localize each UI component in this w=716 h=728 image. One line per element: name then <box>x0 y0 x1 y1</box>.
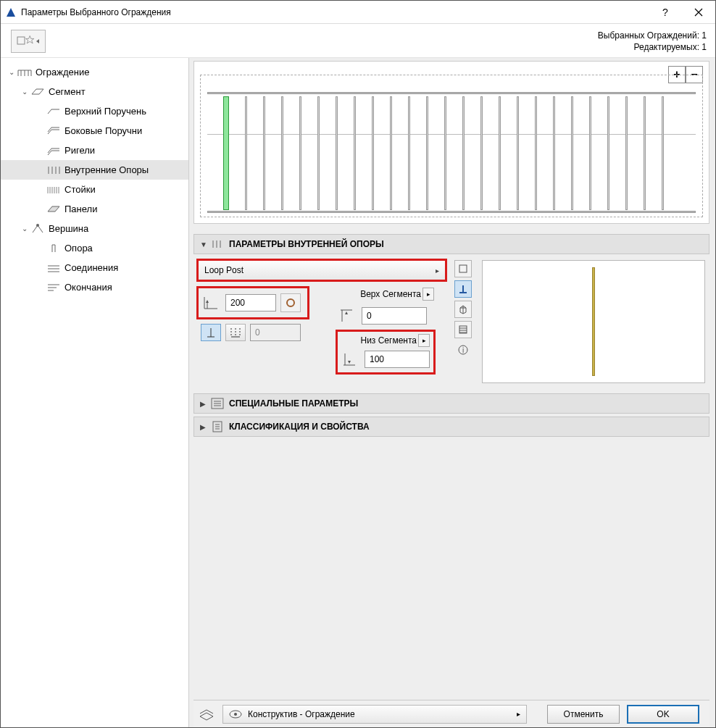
svg-rect-0 <box>17 37 25 44</box>
railing-icon <box>17 66 33 79</box>
chevron-right-icon: ▸ <box>436 267 439 275</box>
distribution-group <box>198 324 308 341</box>
horiz-offset-input[interactable] <box>225 294 276 311</box>
ok-button[interactable]: OK <box>627 705 699 724</box>
bottom-group-highlight: Низ Сегмента ▸ <box>337 331 434 373</box>
editable-count: Редактируемых: 1 <box>598 41 707 53</box>
connections-icon <box>46 262 62 275</box>
eye-icon <box>229 710 242 719</box>
tree-panels[interactable]: Панели <box>1 199 188 219</box>
tree-ends[interactable]: Окончания <box>1 277 188 297</box>
bottom-offset-group <box>340 350 430 369</box>
app-icon <box>5 7 17 18</box>
dist-mode-spacing[interactable] <box>225 324 246 341</box>
top-ref-row: Верх Сегмента ▸ <box>337 288 434 301</box>
section-inner-post-params[interactable]: ▼ ПАРАМЕТРЫ ВНУТРЕННЕЙ ОПОРЫ <box>193 234 709 254</box>
railing-preview[interactable]: + − <box>193 61 709 224</box>
info-icon[interactable]: i <box>454 341 472 359</box>
post-preview-rod <box>592 267 595 376</box>
preview-mode-section[interactable] <box>454 321 472 338</box>
post-icon <box>46 242 62 255</box>
layer-icon <box>198 708 215 721</box>
bottombar: Конструктив - Ограждение ▸ Отменить OK <box>193 700 709 727</box>
preview-highlighted-post <box>223 96 229 210</box>
preview-top-rail <box>207 92 696 94</box>
preview-mode-column: i <box>454 260 475 383</box>
bottom-offset-icon <box>340 350 360 369</box>
top-ref-menu[interactable]: ▸ <box>422 288 434 301</box>
favorites-button[interactable] <box>11 30 46 53</box>
tree-inner-posts[interactable]: Внутренние Опоры <box>1 160 188 180</box>
tree-balusters[interactable]: Стойки <box>1 180 188 199</box>
special-params-icon <box>210 398 225 409</box>
svg-text:i: i <box>462 346 464 354</box>
selection-info: Выбранных Ограждений: 1 Редактируемых: 1 <box>598 30 707 53</box>
tree-node[interactable]: ⌄ Вершина <box>1 219 188 238</box>
segment-icon <box>30 85 46 99</box>
cancel-button[interactable]: Отменить <box>547 705 620 724</box>
chevron-down-icon: ▼ <box>200 240 210 248</box>
section-classification[interactable]: ▶ КЛАССИФИКАЦИЯ И СВОЙСТВА <box>193 417 709 437</box>
preview-mode-2d[interactable] <box>454 260 472 277</box>
top-rail-icon <box>46 105 62 118</box>
svg-point-10 <box>234 713 237 716</box>
dist-mode-single[interactable] <box>201 324 221 341</box>
top-offset-group <box>337 306 434 325</box>
bottom-ref-row: Низ Сегмента ▸ <box>340 334 430 347</box>
link-offset-button[interactable] <box>280 293 301 312</box>
inner-posts-icon <box>210 239 225 249</box>
chevron-down-icon: ⌄ <box>20 88 30 96</box>
chevron-down-icon: ⌄ <box>20 225 30 233</box>
main-area: ⌄ Ограждение ⌄ Сегмент Верхний Поручень … <box>1 57 715 727</box>
tree-rails[interactable]: Ригели <box>1 141 188 160</box>
chevron-right-icon: ▶ <box>200 400 210 408</box>
selected-count: Выбранных Ограждений: 1 <box>598 30 707 41</box>
content-area: + − <box>189 58 715 727</box>
tree-top-rail[interactable]: Верхний Поручень <box>1 101 188 121</box>
node-icon <box>30 222 46 235</box>
svg-rect-3 <box>459 265 467 272</box>
tree-side-rails[interactable]: Боковые Поручни <box>1 121 188 141</box>
horiz-offset-icon <box>201 293 221 312</box>
inner-posts-icon <box>46 164 62 177</box>
svg-point-1 <box>36 224 39 227</box>
bottom-offset-input[interactable] <box>365 351 430 368</box>
layer-select[interactable]: Конструктив - Ограждение ▸ <box>222 705 527 724</box>
dialog-window: Параметры Выбранного Ограждения ? Выбран… <box>0 0 716 728</box>
rails-icon <box>46 144 62 157</box>
post-type-select[interactable]: Loop Post ▸ <box>198 260 446 280</box>
post-3d-preview[interactable] <box>482 260 705 383</box>
balusters-icon <box>46 183 62 196</box>
titlebar: Параметры Выбранного Ограждения ? <box>1 1 715 24</box>
help-button[interactable]: ? <box>649 1 682 24</box>
preview-bottom-rail <box>207 211 696 213</box>
top-offset-icon <box>337 306 357 325</box>
bottom-ref-menu[interactable]: ▸ <box>418 334 430 347</box>
side-rails-icon <box>46 125 62 138</box>
close-button[interactable] <box>682 1 715 24</box>
chevron-right-icon: ▶ <box>200 423 210 431</box>
top-offset-input[interactable] <box>362 307 427 325</box>
topbar: Выбранных Ограждений: 1 Редактируемых: 1 <box>1 24 715 57</box>
panels-icon <box>46 203 62 216</box>
section-body-params: Loop Post ▸ <box>193 254 709 390</box>
ends-icon <box>46 281 62 294</box>
section-special-params[interactable]: ▶ СПЕЦИАЛЬНЫЕ ПАРАМЕТРЫ <box>193 393 709 414</box>
tree-root-railing[interactable]: ⌄ Ограждение <box>1 62 188 82</box>
horiz-offset-group <box>198 288 308 318</box>
classification-icon <box>210 421 225 432</box>
window-title: Параметры Выбранного Ограждения <box>21 7 649 17</box>
preview-mode-3d[interactable] <box>454 301 472 318</box>
spacing-input <box>250 324 301 341</box>
svg-point-2 <box>287 299 294 306</box>
chevron-down-icon: ⌄ <box>7 68 17 76</box>
tree-segment[interactable]: ⌄ Сегмент <box>1 82 188 101</box>
chevron-right-icon: ▸ <box>517 710 520 718</box>
tree-post[interactable]: Опора <box>1 238 188 258</box>
sidebar-tree: ⌄ Ограждение ⌄ Сегмент Верхний Поручень … <box>1 58 189 727</box>
preview-mode-elevation[interactable] <box>454 280 472 298</box>
tree-connections[interactable]: Соединения <box>1 258 188 277</box>
